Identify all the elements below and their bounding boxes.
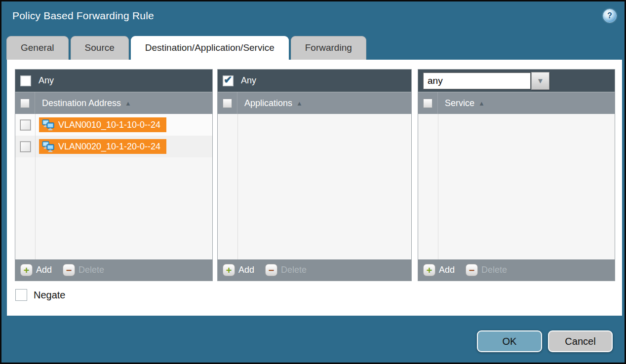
destination-select-all-checkbox[interactable] [20, 99, 30, 108]
tab-general[interactable]: General [6, 36, 69, 60]
address-object-chip[interactable]: VLAN0010_10-1-10-0--24 [39, 117, 166, 132]
row-checkbox[interactable] [20, 142, 31, 152]
applications-footer-bar: + Add − Delete [218, 259, 411, 281]
applications-header-bar: Applications ▲ [218, 92, 411, 114]
service-dropdown-value[interactable]: any [423, 73, 531, 89]
service-header-bar: Service ▲ [418, 92, 615, 114]
applications-any-checkbox[interactable]: ✔ [223, 75, 234, 86]
tab-bar: General Source Destination/Application/S… [6, 36, 366, 60]
tab-source[interactable]: Source [71, 36, 129, 60]
delete-icon: − [265, 264, 277, 276]
ok-button[interactable]: OK [477, 330, 542, 352]
applications-select-all-checkbox[interactable] [223, 99, 232, 108]
cancel-button[interactable]: Cancel [548, 330, 613, 352]
negate-row: Negate [15, 289, 66, 301]
service-list [418, 114, 615, 259]
pbf-rule-dialog: Policy Based Forwarding Rule ? General S… [0, 0, 626, 364]
sort-asc-icon[interactable]: ▲ [296, 100, 303, 107]
add-icon: + [423, 264, 435, 276]
service-dropdown-bar: any ▼ [418, 70, 615, 92]
service-column: any ▼ Service ▲ + Add [418, 69, 615, 281]
address-object-chip[interactable]: VLAN0020_10-1-20-0--24 [39, 139, 166, 154]
applications-column: ✔ Any Applications ▲ + Add − [217, 69, 412, 281]
help-icon[interactable]: ? [603, 9, 617, 23]
add-icon: + [223, 264, 235, 276]
chevron-down-icon: ▼ [537, 76, 544, 85]
dropdown-button[interactable]: ▼ [531, 72, 549, 90]
delete-button[interactable]: − Delete [265, 264, 307, 276]
sort-asc-icon[interactable]: ▲ [478, 100, 485, 107]
destination-footer-bar: + Add − Delete [15, 259, 212, 281]
column-separator [35, 114, 36, 259]
service-select-all-checkbox[interactable] [423, 99, 432, 108]
destination-any-checkbox[interactable] [20, 75, 31, 86]
add-icon: + [20, 264, 33, 276]
sort-asc-icon[interactable]: ▲ [125, 100, 131, 107]
table-row[interactable]: VLAN0020_10-1-20-0--24 [15, 136, 212, 157]
delete-button[interactable]: − Delete [466, 264, 507, 276]
tab-content-panel: Any Destination Address ▲ [7, 60, 622, 316]
service-footer-bar: + Add − Delete [418, 259, 615, 281]
add-button[interactable]: + Add [223, 264, 254, 276]
delete-icon: − [466, 264, 478, 276]
service-dropdown: any ▼ [423, 72, 549, 90]
applications-list [218, 114, 411, 259]
destination-address-column: Any Destination Address ▲ [15, 69, 213, 281]
applications-column-header[interactable]: Applications [244, 98, 292, 109]
column-separator [237, 114, 238, 259]
delete-icon: − [63, 264, 75, 276]
negate-label: Negate [34, 290, 66, 301]
applications-any-bar: ✔ Any [218, 70, 411, 92]
destination-header-bar: Destination Address ▲ [15, 92, 212, 114]
destination-column-header[interactable]: Destination Address [42, 98, 121, 109]
delete-button[interactable]: − Delete [63, 264, 104, 276]
row-checkbox[interactable] [20, 120, 31, 130]
dialog-title: Policy Based Forwarding Rule [12, 10, 154, 22]
network-icon [41, 141, 55, 152]
tab-destination-application-service[interactable]: Destination/Application/Service [131, 36, 289, 60]
table-row[interactable]: VLAN0010_10-1-10-0--24 [15, 114, 212, 136]
add-button[interactable]: + Add [423, 264, 455, 276]
add-button[interactable]: + Add [20, 264, 52, 276]
network-icon [41, 119, 55, 131]
tab-forwarding[interactable]: Forwarding [291, 36, 366, 60]
destination-any-bar: Any [15, 70, 212, 92]
column-separator [438, 114, 438, 259]
applications-any-label: Any [241, 75, 256, 86]
destination-list: VLAN0010_10-1-10-0--24 [15, 114, 212, 259]
destination-any-label: Any [39, 75, 54, 86]
address-object-label: VLAN0020_10-1-20-0--24 [58, 142, 160, 152]
service-column-header[interactable]: Service [445, 98, 474, 109]
check-icon: ✔ [224, 74, 233, 86]
address-object-label: VLAN0010_10-1-10-0--24 [58, 120, 160, 130]
negate-checkbox[interactable] [15, 289, 27, 301]
